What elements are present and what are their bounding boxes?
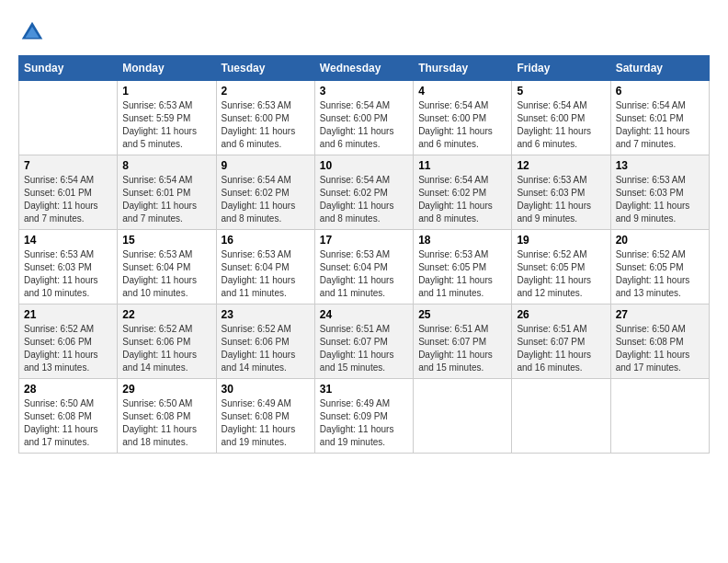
day-info: Sunrise: 6:52 AM Sunset: 6:06 PM Dayligh… [222,323,310,374]
day-of-week-header: Tuesday [216,56,314,81]
calendar-cell: 12Sunrise: 6:53 AM Sunset: 6:03 PM Dayli… [512,155,610,230]
day-info: Sunrise: 6:51 AM Sunset: 6:07 PM Dayligh… [320,323,408,374]
day-info: Sunrise: 6:53 AM Sunset: 6:04 PM Dayligh… [122,248,210,300]
calendar-week-row: 28Sunrise: 6:50 AM Sunset: 6:08 PM Dayli… [19,379,710,454]
day-info: Sunrise: 6:53 AM Sunset: 6:04 PM Dayligh… [222,248,310,300]
day-number: 3 [320,85,408,98]
day-number: 30 [222,383,310,396]
day-number: 23 [222,308,310,321]
calendar-week-row: 7Sunrise: 6:54 AM Sunset: 6:01 PM Daylig… [19,155,710,230]
day-of-week-header: Friday [512,56,610,81]
calendar-cell: 13Sunrise: 6:53 AM Sunset: 6:03 PM Dayli… [610,155,709,230]
day-number: 20 [616,234,704,247]
day-number: 14 [24,234,112,247]
day-info: Sunrise: 6:53 AM Sunset: 6:03 PM Dayligh… [24,248,112,300]
day-number: 2 [222,85,310,98]
day-number: 21 [24,308,112,321]
day-info: Sunrise: 6:50 AM Sunset: 6:08 PM Dayligh… [616,323,704,374]
day-number: 1 [122,85,210,98]
day-info: Sunrise: 6:49 AM Sunset: 6:09 PM Dayligh… [320,397,408,449]
day-info: Sunrise: 6:54 AM Sunset: 6:00 PM Dayligh… [418,99,506,151]
calendar-week-row: 14Sunrise: 6:53 AM Sunset: 6:03 PM Dayli… [19,230,710,304]
day-info: Sunrise: 6:50 AM Sunset: 6:08 PM Dayligh… [24,397,112,449]
calendar-cell [414,379,512,454]
calendar-cell: 20Sunrise: 6:52 AM Sunset: 6:05 PM Dayli… [610,230,709,304]
day-info: Sunrise: 6:53 AM Sunset: 6:03 PM Dayligh… [616,174,704,225]
calendar-cell [512,379,610,454]
day-info: Sunrise: 6:53 AM Sunset: 6:03 PM Dayligh… [517,174,605,225]
day-of-week-header: Thursday [414,56,512,81]
calendar-cell: 27Sunrise: 6:50 AM Sunset: 6:08 PM Dayli… [610,304,709,379]
day-info: Sunrise: 6:54 AM Sunset: 6:00 PM Dayligh… [320,99,408,151]
day-info: Sunrise: 6:53 AM Sunset: 5:59 PM Dayligh… [122,99,210,151]
calendar-cell: 15Sunrise: 6:53 AM Sunset: 6:04 PM Dayli… [118,230,216,304]
day-info: Sunrise: 6:54 AM Sunset: 6:01 PM Dayligh… [616,99,704,151]
day-number: 28 [24,383,112,396]
day-number: 29 [122,383,210,396]
calendar-cell: 31Sunrise: 6:49 AM Sunset: 6:09 PM Dayli… [314,379,413,454]
day-number: 5 [517,85,605,98]
calendar-table: SundayMondayTuesdayWednesdayThursdayFrid… [18,55,710,454]
calendar-cell: 10Sunrise: 6:54 AM Sunset: 6:02 PM Dayli… [314,155,413,230]
calendar-cell: 11Sunrise: 6:54 AM Sunset: 6:02 PM Dayli… [414,155,512,230]
day-info: Sunrise: 6:49 AM Sunset: 6:08 PM Dayligh… [222,397,310,449]
day-number: 4 [418,85,506,98]
calendar-cell: 14Sunrise: 6:53 AM Sunset: 6:03 PM Dayli… [19,230,118,304]
day-info: Sunrise: 6:54 AM Sunset: 6:02 PM Dayligh… [222,174,310,225]
calendar-cell: 28Sunrise: 6:50 AM Sunset: 6:08 PM Dayli… [19,379,118,454]
day-info: Sunrise: 6:54 AM Sunset: 6:02 PM Dayligh… [320,174,408,225]
calendar-cell: 16Sunrise: 6:53 AM Sunset: 6:04 PM Dayli… [216,230,314,304]
calendar-cell: 1Sunrise: 6:53 AM Sunset: 5:59 PM Daylig… [118,81,216,155]
day-info: Sunrise: 6:51 AM Sunset: 6:07 PM Dayligh… [418,323,506,374]
calendar-cell: 25Sunrise: 6:51 AM Sunset: 6:07 PM Dayli… [414,304,512,379]
calendar-cell: 19Sunrise: 6:52 AM Sunset: 6:05 PM Dayli… [512,230,610,304]
day-number: 22 [122,308,210,321]
day-info: Sunrise: 6:51 AM Sunset: 6:07 PM Dayligh… [517,323,605,374]
day-info: Sunrise: 6:53 AM Sunset: 6:04 PM Dayligh… [320,248,408,300]
day-info: Sunrise: 6:54 AM Sunset: 6:01 PM Dayligh… [122,174,210,225]
day-info: Sunrise: 6:52 AM Sunset: 6:06 PM Dayligh… [122,323,210,374]
day-info: Sunrise: 6:53 AM Sunset: 6:05 PM Dayligh… [418,248,506,300]
day-number: 16 [222,234,310,247]
day-number: 12 [517,159,605,172]
day-number: 11 [418,159,506,172]
day-number: 18 [418,234,506,247]
calendar-cell: 18Sunrise: 6:53 AM Sunset: 6:05 PM Dayli… [414,230,512,304]
day-number: 13 [616,159,704,172]
day-number: 19 [517,234,605,247]
calendar-week-row: 1Sunrise: 6:53 AM Sunset: 5:59 PM Daylig… [19,81,710,155]
calendar-cell: 24Sunrise: 6:51 AM Sunset: 6:07 PM Dayli… [314,304,413,379]
page-header [18,18,710,46]
calendar-cell [19,81,118,155]
day-number: 10 [320,159,408,172]
day-info: Sunrise: 6:54 AM Sunset: 6:02 PM Dayligh… [418,174,506,225]
calendar-cell: 5Sunrise: 6:54 AM Sunset: 6:00 PM Daylig… [512,81,610,155]
calendar-cell: 2Sunrise: 6:53 AM Sunset: 6:00 PM Daylig… [216,81,314,155]
calendar-cell: 4Sunrise: 6:54 AM Sunset: 6:00 PM Daylig… [414,81,512,155]
calendar-cell: 21Sunrise: 6:52 AM Sunset: 6:06 PM Dayli… [19,304,118,379]
logo-icon [18,18,46,46]
day-number: 7 [24,159,112,172]
calendar-cell: 8Sunrise: 6:54 AM Sunset: 6:01 PM Daylig… [118,155,216,230]
calendar-cell: 6Sunrise: 6:54 AM Sunset: 6:01 PM Daylig… [610,81,709,155]
day-info: Sunrise: 6:50 AM Sunset: 6:08 PM Dayligh… [122,397,210,449]
calendar-header-row: SundayMondayTuesdayWednesdayThursdayFrid… [19,56,710,81]
calendar-cell: 17Sunrise: 6:53 AM Sunset: 6:04 PM Dayli… [314,230,413,304]
calendar-cell: 7Sunrise: 6:54 AM Sunset: 6:01 PM Daylig… [19,155,118,230]
calendar-cell: 30Sunrise: 6:49 AM Sunset: 6:08 PM Dayli… [216,379,314,454]
day-info: Sunrise: 6:52 AM Sunset: 6:05 PM Dayligh… [616,248,704,300]
day-info: Sunrise: 6:54 AM Sunset: 6:01 PM Dayligh… [24,174,112,225]
calendar-cell: 26Sunrise: 6:51 AM Sunset: 6:07 PM Dayli… [512,304,610,379]
calendar-cell: 3Sunrise: 6:54 AM Sunset: 6:00 PM Daylig… [314,81,413,155]
day-number: 31 [320,383,408,396]
calendar-cell: 29Sunrise: 6:50 AM Sunset: 6:08 PM Dayli… [118,379,216,454]
day-info: Sunrise: 6:52 AM Sunset: 6:05 PM Dayligh… [517,248,605,300]
day-of-week-header: Monday [118,56,216,81]
day-info: Sunrise: 6:52 AM Sunset: 6:06 PM Dayligh… [24,323,112,374]
day-number: 8 [122,159,210,172]
day-of-week-header: Wednesday [314,56,413,81]
day-number: 17 [320,234,408,247]
day-number: 15 [122,234,210,247]
day-number: 24 [320,308,408,321]
calendar-cell [610,379,709,454]
